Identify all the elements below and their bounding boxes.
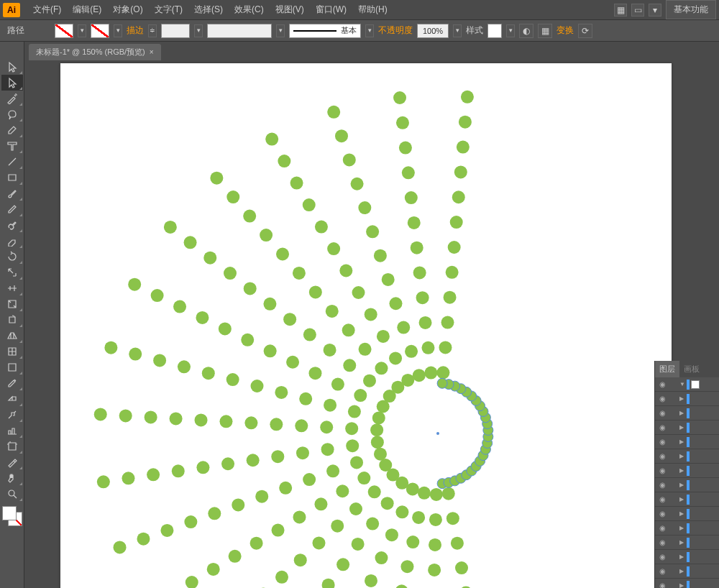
graphic-style-swatch[interactable] (487, 24, 502, 38)
artboard-tool[interactable] (1, 438, 23, 454)
stroke-weight-spin[interactable]: ≑ (148, 24, 157, 37)
visibility-icon[interactable]: ◉ (655, 582, 669, 588)
recolor-icon[interactable]: ◐ (519, 24, 533, 38)
pencil-tool[interactable] (1, 201, 23, 217)
layer-row[interactable]: ◉▶ (655, 492, 719, 507)
visibility-icon[interactable]: ◉ (655, 438, 669, 446)
layer-row[interactable]: ◉▶ (655, 521, 719, 536)
scale-tool[interactable] (1, 265, 23, 280)
bridge-icon[interactable]: ▦ (614, 4, 627, 17)
column-graph-tool[interactable] (1, 423, 23, 438)
align-icon[interactable]: ▦ (538, 24, 552, 38)
menu-6[interactable]: 视图(V) (270, 1, 310, 19)
stroke-dd[interactable]: ▾ (114, 24, 122, 37)
canvas[interactable] (24, 60, 719, 588)
brush-definition[interactable]: 基本 (289, 24, 361, 38)
visibility-icon[interactable]: ◉ (655, 467, 669, 474)
visibility-icon[interactable]: ◉ (655, 567, 669, 575)
magic-wand-tool[interactable] (1, 91, 23, 106)
layer-row[interactable]: ◉▶ (655, 449, 719, 464)
opacity-label[interactable]: 不透明度 (378, 24, 413, 37)
line-tool[interactable] (1, 154, 23, 170)
visibility-icon[interactable]: ◉ (655, 409, 669, 417)
layer-row[interactable]: ◉▶ (655, 421, 719, 435)
visibility-icon[interactable]: ◉ (655, 510, 669, 518)
width-tool[interactable] (1, 280, 23, 296)
zoom-tool[interactable] (1, 486, 23, 502)
isolate-icon[interactable]: ⟳ (578, 24, 592, 38)
visibility-icon[interactable]: ◉ (655, 452, 669, 460)
visibility-icon[interactable]: ◉ (655, 380, 669, 388)
visibility-icon[interactable]: ◉ (655, 395, 669, 403)
menu-3[interactable]: 文字(T) (149, 1, 188, 19)
workspace-switcher[interactable]: 基本功能 (666, 0, 716, 19)
layer-row[interactable]: ◉▶ (655, 507, 719, 521)
svg-point-128 (184, 515, 197, 528)
menu-2[interactable]: 对象(O) (107, 1, 148, 19)
opacity-input[interactable] (417, 24, 449, 38)
direct-selection-tool[interactable] (1, 75, 23, 91)
rectangle-tool[interactable] (1, 170, 23, 185)
var-width-dd[interactable]: ▾ (276, 24, 285, 37)
menu-1[interactable]: 编辑(E) (67, 1, 107, 19)
visibility-icon[interactable]: ◉ (655, 553, 669, 561)
menu-0[interactable]: 文件(F) (27, 1, 67, 19)
stroke-label[interactable]: 描边 (127, 24, 144, 37)
fill-stroke-control[interactable] (2, 506, 22, 526)
symbol-sprayer-tool[interactable] (1, 407, 23, 423)
var-width-profile[interactable] (207, 24, 272, 38)
visibility-icon[interactable]: ◉ (655, 538, 669, 546)
paintbrush-tool[interactable] (1, 185, 23, 201)
selection-tool[interactable] (1, 59, 23, 75)
layer-row[interactable]: ◉▶ (655, 406, 719, 421)
layer-row[interactable]: ◉▶ (655, 478, 719, 492)
visibility-icon[interactable]: ◉ (655, 423, 669, 431)
layer-row[interactable]: ◉▶ (655, 564, 719, 579)
mesh-tool[interactable] (1, 344, 23, 359)
stroke-weight-dd[interactable]: ▾ (194, 24, 203, 37)
visibility-icon[interactable]: ◉ (655, 495, 669, 503)
blob-brush-tool[interactable] (1, 217, 23, 233)
visibility-icon[interactable]: ◉ (655, 481, 669, 489)
menu-7[interactable]: 窗口(W) (310, 1, 352, 19)
stroke-swatch[interactable] (91, 24, 109, 38)
gradient-tool[interactable] (1, 359, 23, 375)
layers-tab[interactable]: 图层 (655, 361, 679, 377)
stroke-weight-input[interactable] (161, 24, 190, 38)
layer-row[interactable]: ◉▶ (655, 579, 719, 588)
free-transform-tool[interactable] (1, 296, 23, 312)
arrange-docs-dd[interactable]: ▾ (649, 4, 661, 17)
layer-row[interactable]: ◉▶ (655, 536, 719, 550)
fill-dd[interactable]: ▾ (78, 24, 86, 37)
layer-row[interactable]: ◉▶ (655, 392, 719, 406)
blend-tool[interactable] (1, 391, 23, 407)
style-dd[interactable]: ▾ (506, 24, 515, 37)
perspective-tool[interactable] (1, 328, 23, 344)
opacity-dd[interactable]: ▾ (453, 24, 462, 37)
artboards-tab[interactable]: 画板 (679, 361, 704, 377)
layer-row[interactable]: ◉▶ (655, 435, 719, 449)
menu-8[interactable]: 帮助(H) (352, 1, 393, 19)
brush-dd[interactable]: ▾ (365, 24, 374, 37)
menu-4[interactable]: 选择(S) (188, 1, 229, 19)
layer-row[interactable]: ◉▼ (655, 377, 719, 392)
layer-row[interactable]: ◉▶ (655, 550, 719, 564)
close-tab-icon[interactable]: × (150, 48, 154, 56)
layer-row[interactable]: ◉▶ (655, 464, 719, 478)
type-tool[interactable] (1, 138, 23, 154)
rotate-tool[interactable] (1, 249, 23, 265)
hand-tool[interactable] (1, 470, 23, 486)
fill-swatch[interactable] (55, 24, 73, 38)
arrange-docs-icon[interactable]: ▭ (631, 4, 644, 17)
svg-point-13 (421, 341, 434, 354)
eraser-tool[interactable] (1, 233, 23, 249)
transform-label[interactable]: 变换 (557, 24, 574, 37)
document-tab[interactable]: 未标题-1* @ 150% (RGB/预览) × (29, 44, 161, 60)
shape-builder-tool[interactable] (1, 312, 23, 328)
eyedropper-tool[interactable] (1, 375, 23, 391)
visibility-icon[interactable]: ◉ (655, 524, 669, 532)
menu-5[interactable]: 效果(C) (229, 1, 270, 19)
lasso-tool[interactable] (1, 106, 23, 122)
slice-tool[interactable] (1, 454, 23, 470)
pen-tool[interactable] (1, 122, 23, 138)
